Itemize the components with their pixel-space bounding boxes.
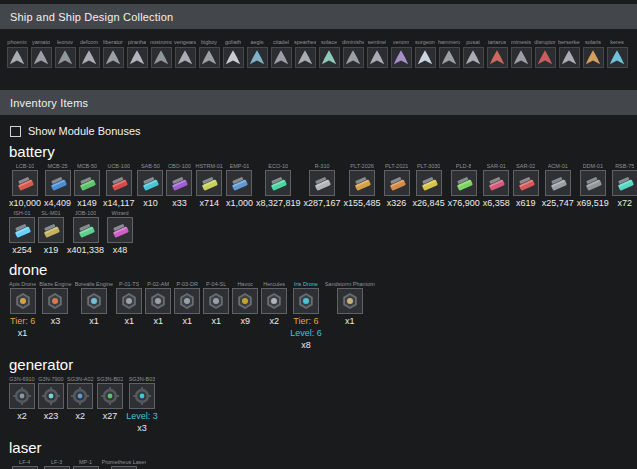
ship-icon[interactable] bbox=[103, 47, 124, 68]
lcb-10-icon[interactable] bbox=[12, 170, 38, 196]
item-label: PLD-8 bbox=[456, 163, 472, 170]
ship-icon[interactable] bbox=[223, 47, 244, 68]
ship-solaris: solaris bbox=[582, 39, 604, 68]
ship-sentinel: sentinel bbox=[366, 39, 388, 68]
item-label: SG3N-A02 bbox=[67, 376, 94, 383]
p-04-sl-icon[interactable] bbox=[203, 288, 229, 314]
ship-icon[interactable] bbox=[463, 47, 484, 68]
ship-spearhead: spearhead bbox=[294, 39, 316, 68]
ship-icon[interactable] bbox=[367, 47, 388, 68]
item-count: x8,327,819 bbox=[256, 198, 301, 208]
ship-icon[interactable] bbox=[7, 47, 28, 68]
ish-01-icon[interactable] bbox=[9, 217, 35, 243]
eco-10-icon[interactable] bbox=[265, 170, 291, 196]
ship-icon[interactable] bbox=[511, 47, 532, 68]
item-count: x23 bbox=[44, 411, 59, 421]
ddm-01-icon[interactable] bbox=[580, 170, 606, 196]
ship-icon[interactable] bbox=[199, 47, 220, 68]
ship-yamato: yamato bbox=[30, 39, 52, 68]
ship-icon[interactable] bbox=[559, 47, 580, 68]
ship-icon[interactable] bbox=[175, 47, 196, 68]
plt-3030-icon[interactable] bbox=[416, 170, 442, 196]
item-sg3n-b02: SG3N-B02x27 bbox=[97, 376, 124, 421]
item-label: SG3N-B02 bbox=[97, 376, 124, 383]
item-label: HSTRM-01 bbox=[195, 163, 223, 170]
ship-icon[interactable] bbox=[247, 47, 268, 68]
p-01-ts-icon[interactable] bbox=[116, 288, 142, 314]
ship-icon[interactable] bbox=[127, 47, 148, 68]
ship-icon[interactable] bbox=[151, 47, 172, 68]
g3n-7900-icon[interactable] bbox=[38, 383, 64, 409]
hstrm-01-icon[interactable] bbox=[196, 170, 222, 196]
ship-label: hammerclaw bbox=[438, 39, 460, 46]
ship-icon[interactable] bbox=[487, 47, 508, 68]
rsb-75-icon[interactable] bbox=[612, 170, 637, 196]
sl-m01-icon[interactable] bbox=[38, 217, 64, 243]
ship-icon[interactable] bbox=[415, 47, 436, 68]
havoc-icon[interactable] bbox=[232, 288, 258, 314]
sandstorm-phantom-icon[interactable] bbox=[337, 288, 363, 314]
sg3n-b03-icon[interactable] bbox=[129, 383, 155, 409]
borealis-engine-icon[interactable] bbox=[81, 288, 107, 314]
ship-label: venom bbox=[393, 39, 410, 46]
blaze-engine-icon[interactable] bbox=[42, 288, 68, 314]
ship-icon[interactable] bbox=[439, 47, 460, 68]
cbo-100-icon[interactable] bbox=[166, 170, 192, 196]
ship-icon[interactable] bbox=[607, 47, 628, 68]
ship-goliath: goliath bbox=[222, 39, 244, 68]
sab-50-icon[interactable] bbox=[137, 170, 163, 196]
ship-icon[interactable] bbox=[31, 47, 52, 68]
mcb-25-icon[interactable] bbox=[45, 170, 71, 196]
plt-2026-icon[interactable] bbox=[349, 170, 375, 196]
ship-diminisher: diminisher bbox=[342, 39, 364, 68]
item-label: Prometheus Laser bbox=[102, 459, 147, 466]
sg3n-a02-icon[interactable] bbox=[67, 383, 93, 409]
ship-icon[interactable] bbox=[391, 47, 412, 68]
item-lf-4: LF-4Level: 4x1 bbox=[9, 459, 41, 469]
job-100-icon[interactable] bbox=[73, 217, 99, 243]
ship-icon[interactable] bbox=[79, 47, 100, 68]
emp-01-icon[interactable] bbox=[226, 170, 252, 196]
ship-icon[interactable] bbox=[55, 47, 76, 68]
item-iris-drone: Iris DroneTier: 6Level: 6x8 bbox=[290, 281, 322, 350]
ship-label: diminisher bbox=[342, 39, 364, 46]
item-apis-drone: Apis DroneTier: 6x1 bbox=[9, 281, 36, 338]
ucb-100-icon[interactable] bbox=[106, 170, 132, 196]
ship-surgeon: surgeon bbox=[414, 39, 436, 68]
sg3n-b02-icon[interactable] bbox=[97, 383, 123, 409]
item-count: x714 bbox=[199, 198, 219, 208]
drone-row-1: Apis DroneTier: 6x1Blaze Enginex3Boreali… bbox=[9, 281, 637, 350]
iris-drone-icon[interactable] bbox=[293, 288, 319, 314]
ship-icon[interactable] bbox=[583, 47, 604, 68]
ship-citadel: citadel bbox=[270, 39, 292, 68]
acm-01-icon[interactable] bbox=[545, 170, 571, 196]
ship-icon[interactable] bbox=[319, 47, 340, 68]
r-310-icon[interactable] bbox=[309, 170, 335, 196]
item-label: EMP-01 bbox=[230, 163, 250, 170]
ship-label: berserker bbox=[558, 39, 580, 46]
apis-drone-icon[interactable] bbox=[10, 288, 36, 314]
item-count: x19 bbox=[44, 245, 59, 255]
item-lf-3: LF-3x41 bbox=[44, 459, 70, 469]
ship-icon[interactable] bbox=[535, 47, 556, 68]
mcb-50-icon[interactable] bbox=[74, 170, 100, 196]
item-count: x4,409 bbox=[44, 198, 71, 208]
ship-icon[interactable] bbox=[295, 47, 316, 68]
g3n-6910-icon[interactable] bbox=[9, 383, 35, 409]
laser-row-1: LF-4Level: 4x1LF-3x41MP-1x14Prometheus L… bbox=[9, 459, 637, 469]
p-03-dr-icon[interactable] bbox=[174, 288, 200, 314]
ship-icon[interactable] bbox=[343, 47, 364, 68]
item-label: LF-3 bbox=[51, 459, 62, 466]
sar-02-icon[interactable] bbox=[513, 170, 539, 196]
ship-icon[interactable] bbox=[271, 47, 292, 68]
pld-8-icon[interactable] bbox=[451, 170, 477, 196]
item-rsb-75: RSB-75x72 bbox=[612, 163, 637, 208]
wizard-icon[interactable] bbox=[107, 217, 133, 243]
plt-2021-icon[interactable] bbox=[384, 170, 410, 196]
item-count: x69,519 bbox=[577, 198, 609, 208]
sar-01-icon[interactable] bbox=[483, 170, 509, 196]
show-module-bonuses-checkbox[interactable] bbox=[10, 126, 21, 137]
item-label: PLT-2026 bbox=[350, 163, 373, 170]
p-02-am-icon[interactable] bbox=[145, 288, 171, 314]
hercules-icon[interactable] bbox=[261, 288, 287, 314]
